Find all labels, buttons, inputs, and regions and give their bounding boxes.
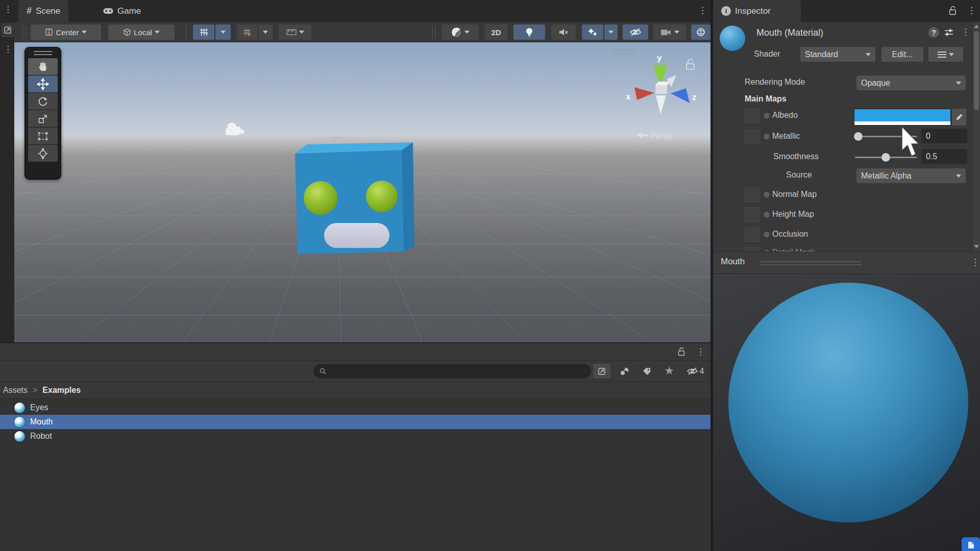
metallic-slider-knob[interactable] — [854, 132, 863, 141]
move-tool-button[interactable] — [28, 76, 58, 92]
smoothness-slider-knob[interactable] — [881, 153, 890, 162]
search-by-label-button[interactable] — [637, 364, 656, 379]
detail-mask-texture-slot[interactable] — [744, 247, 760, 252]
inspector-menu-icon[interactable]: ⋮ — [967, 6, 976, 15]
shader-dropdown[interactable]: Standard — [800, 47, 875, 62]
rect-tool-button[interactable] — [28, 128, 58, 144]
effects-toggle[interactable] — [582, 24, 603, 40]
robot-cube[interactable] — [295, 142, 414, 254]
height-map-texture-slot[interactable] — [744, 207, 760, 222]
help-icon[interactable]: ? — [928, 27, 939, 38]
asset-row-robot[interactable]: Robot — [0, 429, 710, 443]
palette-drag-handle[interactable] — [34, 51, 52, 55]
occlusion-target-icon[interactable]: ◎ — [764, 230, 769, 238]
search-by-type-button[interactable] — [615, 364, 634, 379]
hidden-items-button[interactable]: 4 — [682, 364, 708, 379]
view-mode-label[interactable]: Persp — [636, 132, 672, 140]
albedo-texture-slot[interactable] — [744, 108, 760, 123]
metallic-value-field[interactable]: 0 — [921, 129, 967, 143]
smoothness-value-field[interactable]: 0.5 — [921, 149, 967, 164]
grid-snap-options[interactable] — [215, 24, 231, 40]
grid-visibility-toggle[interactable] — [237, 24, 257, 40]
effects-options[interactable] — [604, 24, 618, 40]
material-menu-icon[interactable]: ⋮ — [961, 28, 970, 36]
material-thumbnail[interactable] — [720, 26, 745, 51]
gizmo-globe-icon — [696, 27, 706, 37]
asset-bundle-badge[interactable] — [962, 537, 980, 551]
scene-toolbar: Center Local 2D — [14, 22, 710, 42]
occlusion-texture-slot[interactable] — [744, 227, 760, 242]
scene-pane-menu-icon[interactable]: ⋮ — [698, 6, 707, 15]
scroll-up-arrow[interactable] — [974, 24, 979, 28]
asset-row-mouth[interactable]: Mouth — [0, 415, 710, 429]
search-input[interactable] — [330, 367, 585, 376]
unlock-icon[interactable] — [678, 347, 685, 356]
tab-inspector[interactable]: i Inspector — [713, 0, 801, 22]
pop-out-window-icon[interactable] — [1, 23, 14, 37]
gizmo-lock-icon[interactable] — [687, 59, 694, 69]
rotate-tool-button[interactable] — [28, 93, 58, 110]
material-properties: Rendering Mode Opaque Main Maps ◎ Albedo… — [713, 67, 980, 252]
material-ball-icon — [14, 403, 25, 413]
presets-icon[interactable] — [944, 28, 954, 37]
asset-row-eyes[interactable]: Eyes — [0, 400, 710, 415]
left-strip-menu-icon[interactable]: ⋮ — [4, 5, 12, 14]
height-map-target-icon[interactable]: ◎ — [764, 210, 769, 218]
pivot-mode-dropdown[interactable]: Center — [31, 24, 101, 40]
orientation-dropdown[interactable]: Local — [108, 24, 175, 40]
asset-label: Eyes — [30, 403, 48, 412]
rendering-mode-dropdown[interactable]: Opaque — [856, 76, 966, 90]
left-strip-menu-icon-2[interactable]: ⋮ — [4, 45, 12, 54]
detail-mask-label: Detail Mask — [772, 248, 815, 252]
preview-titlebar[interactable]: Mouth ▶ ⋮ — [713, 252, 980, 274]
scale-tool-button[interactable] — [28, 110, 58, 127]
grid-snap-toggle[interactable] — [193, 24, 214, 40]
snap-increment-dropdown[interactable] — [279, 24, 311, 40]
tab-scene[interactable]: # Scene — [18, 0, 68, 22]
open-search-window-button[interactable] — [593, 364, 610, 379]
eyedropper-icon — [955, 113, 963, 121]
shader-list-button[interactable] — [928, 47, 963, 62]
eyedropper-button[interactable] — [952, 109, 966, 126]
hand-tool-button[interactable] — [28, 58, 58, 75]
inspector-scrollbar[interactable] — [972, 22, 980, 252]
material-preview-area[interactable] — [713, 274, 980, 551]
audio-mute-toggle[interactable] — [551, 24, 576, 40]
preview-menu-icon[interactable]: ⋮ — [971, 258, 979, 267]
chevron-down-icon — [155, 31, 160, 34]
source-dropdown[interactable]: Metallic Alpha — [856, 168, 966, 183]
grid-options[interactable] — [258, 24, 273, 40]
tab-game[interactable]: Game — [95, 0, 149, 22]
scene-lighting-toggle[interactable] — [513, 24, 545, 40]
normal-map-target-icon[interactable]: ◎ — [764, 190, 769, 198]
scrollbar-thumb[interactable] — [974, 31, 979, 110]
scene-gizmo-toggle[interactable] — [691, 24, 710, 40]
favorites-button[interactable]: ★ — [659, 363, 679, 379]
scene-viewport[interactable]: y x z Persp — [14, 42, 710, 342]
unlock-icon[interactable] — [949, 6, 957, 15]
occlusion-label: Occlusion — [772, 230, 808, 239]
camera-settings-dropdown[interactable] — [653, 24, 686, 40]
scene-visibility-toggle[interactable] — [623, 24, 648, 40]
metallic-texture-slot[interactable] — [744, 129, 760, 144]
albedo-label: Albedo — [772, 111, 798, 120]
metallic-target-icon[interactable]: ◎ — [764, 132, 769, 140]
transform-tool-button[interactable] — [28, 145, 58, 162]
scene-camera-gizmo[interactable] — [226, 122, 244, 135]
overlay-drag-handle[interactable] — [612, 50, 634, 54]
breadcrumb-assets[interactable]: Assets — [3, 386, 28, 395]
project-menu-icon[interactable]: ⋮ — [696, 347, 705, 356]
breadcrumb-current[interactable]: Examples — [42, 386, 81, 395]
chevron-down-icon — [608, 31, 614, 34]
shader-edit-button[interactable]: Edit... — [881, 47, 923, 62]
draw-mode-dropdown[interactable] — [442, 24, 479, 40]
albedo-target-icon[interactable]: ◎ — [764, 111, 769, 119]
source-value: Metallic Alpha — [861, 171, 912, 181]
2d-toggle[interactable]: 2D — [485, 24, 507, 40]
source-label: Source — [786, 170, 812, 180]
search-field[interactable] — [314, 364, 591, 378]
albedo-color-swatch[interactable] — [854, 109, 951, 126]
scroll-down-arrow[interactable] — [974, 245, 979, 248]
normal-map-texture-slot[interactable] — [744, 187, 760, 202]
orientation-gizmo[interactable]: y x z — [626, 53, 697, 115]
